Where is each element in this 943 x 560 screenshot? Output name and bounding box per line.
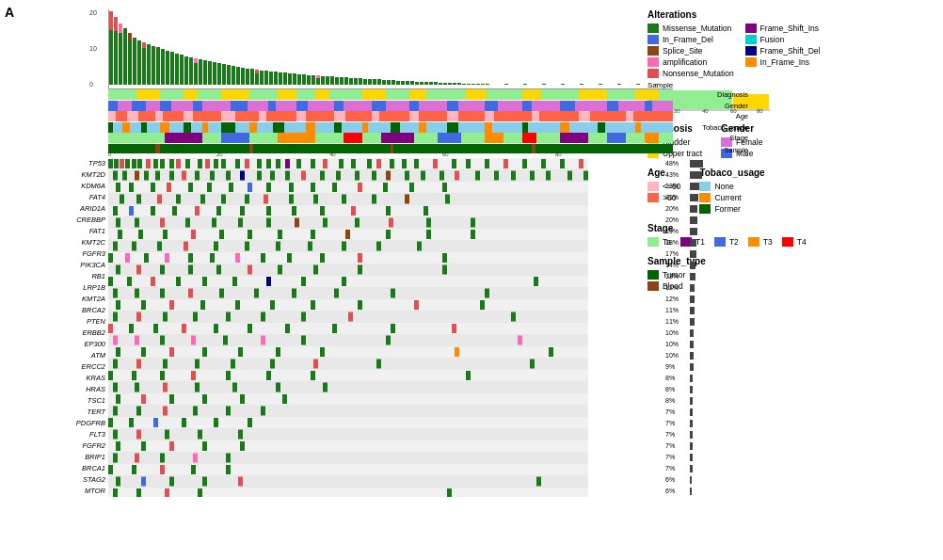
svg-rect-218 <box>120 159 124 168</box>
svg-rect-287 <box>583 170 588 180</box>
svg-rect-195 <box>108 252 588 264</box>
svg-rect-448 <box>141 347 146 357</box>
svg-rect-284 <box>530 170 535 180</box>
svg-rect-398 <box>534 277 538 286</box>
svg-rect-167 <box>278 133 315 143</box>
svg-rect-189 <box>108 182 588 193</box>
svg-rect-19 <box>175 54 179 85</box>
svg-rect-126 <box>645 101 652 111</box>
svg-rect-34 <box>241 68 245 85</box>
svg-rect-211 <box>108 440 588 452</box>
svg-rect-221 <box>137 159 142 168</box>
pct-bar-brca2 <box>690 305 705 316</box>
svg-rect-292 <box>188 183 193 192</box>
svg-rect-293 <box>207 183 212 192</box>
svg-rect-504 <box>141 441 146 451</box>
gene-matrix <box>108 158 663 499</box>
svg-rect-356 <box>113 241 118 250</box>
svg-rect-282 <box>494 170 499 180</box>
svg-rect-198 <box>108 287 588 298</box>
svg-rect-508 <box>113 453 118 462</box>
svg-rect-46 <box>293 73 296 85</box>
svg-rect-492 <box>108 418 113 427</box>
svg-rect-523 <box>536 476 541 486</box>
svg-rect-483 <box>202 394 207 404</box>
gene-label-brca2: BRCA2 <box>56 305 108 316</box>
svg-rect-6 <box>123 28 127 85</box>
svg-rect-484 <box>240 394 245 404</box>
legend-t3: T3 <box>748 237 773 247</box>
svg-rect-132 <box>221 111 235 121</box>
svg-rect-310 <box>245 194 249 203</box>
svg-rect-414 <box>270 300 275 310</box>
svg-rect-236 <box>276 159 280 168</box>
pct-rb1: 13% <box>663 271 690 282</box>
pct-bar-kmt2d <box>690 169 705 181</box>
svg-rect-230 <box>214 159 218 168</box>
svg-rect-217 <box>114 159 119 168</box>
svg-rect-438 <box>113 335 118 344</box>
gene-label-tert: TERT <box>56 407 108 418</box>
svg-rect-38 <box>255 70 259 73</box>
svg-rect-325 <box>266 206 271 216</box>
svg-rect-128 <box>108 111 116 121</box>
stage-track: Stage <box>108 133 673 143</box>
diagnosis-track: Diagnosis <box>108 89 673 100</box>
svg-rect-272 <box>320 170 325 180</box>
svg-rect-455 <box>549 347 553 357</box>
svg-rect-139 <box>485 111 494 121</box>
svg-rect-337 <box>266 217 271 227</box>
bar-y-10: 10 <box>89 45 97 52</box>
legend-fusion: Fusion <box>745 35 821 44</box>
svg-rect-159 <box>485 122 492 133</box>
svg-rect-244 <box>376 159 381 168</box>
svg-rect-250 <box>466 159 471 168</box>
bar-y-20: 20 <box>89 9 97 16</box>
svg-rect-101 <box>221 89 249 100</box>
gene-label-flt3: FLT3 <box>56 429 108 440</box>
svg-rect-396 <box>301 277 306 286</box>
pct-kmt2c: 18% <box>663 237 690 248</box>
svg-rect-442 <box>223 335 228 344</box>
svg-rect-469 <box>226 371 231 380</box>
svg-rect-1 <box>109 11 113 30</box>
svg-rect-462 <box>313 359 318 368</box>
svg-rect-20 <box>180 55 184 85</box>
svg-rect-31 <box>227 65 231 85</box>
svg-rect-488 <box>163 406 168 415</box>
pct-hras: 8% <box>663 384 690 395</box>
svg-rect-522 <box>238 476 243 486</box>
svg-rect-131 <box>184 111 193 121</box>
legend-former: Former <box>699 204 764 214</box>
svg-rect-265 <box>210 170 215 180</box>
svg-rect-169 <box>381 133 414 143</box>
svg-rect-477 <box>232 382 237 392</box>
pct-tsc1: 8% <box>663 395 690 407</box>
svg-rect-439 <box>135 335 139 344</box>
svg-rect-93 <box>580 84 583 85</box>
svg-rect-352 <box>345 230 350 239</box>
svg-rect-276 <box>386 170 391 180</box>
svg-rect-395 <box>266 277 271 286</box>
main-container: A 20 10 0 <box>0 0 943 560</box>
svg-rect-213 <box>108 464 588 475</box>
svg-rect-165 <box>165 133 202 143</box>
svg-rect-78 <box>439 83 442 85</box>
pct-bars <box>690 158 705 499</box>
svg-rect-333 <box>160 217 165 227</box>
svg-rect-125 <box>607 101 618 111</box>
svg-rect-58 <box>344 77 348 85</box>
svg-rect-138 <box>447 111 458 121</box>
svg-rect-11 <box>142 42 146 85</box>
svg-rect-12 <box>142 42 146 48</box>
svg-rect-404 <box>254 288 259 297</box>
gene-label-crebbp: CREBBP <box>56 215 108 226</box>
svg-rect-57 <box>340 77 344 85</box>
svg-rect-245 <box>390 159 394 168</box>
svg-rect-518 <box>116 476 120 486</box>
svg-rect-440 <box>160 335 165 344</box>
svg-rect-92 <box>561 84 565 85</box>
chart-area: A 20 10 0 <box>0 0 640 560</box>
svg-rect-445 <box>386 335 391 344</box>
svg-rect-343 <box>471 217 475 227</box>
